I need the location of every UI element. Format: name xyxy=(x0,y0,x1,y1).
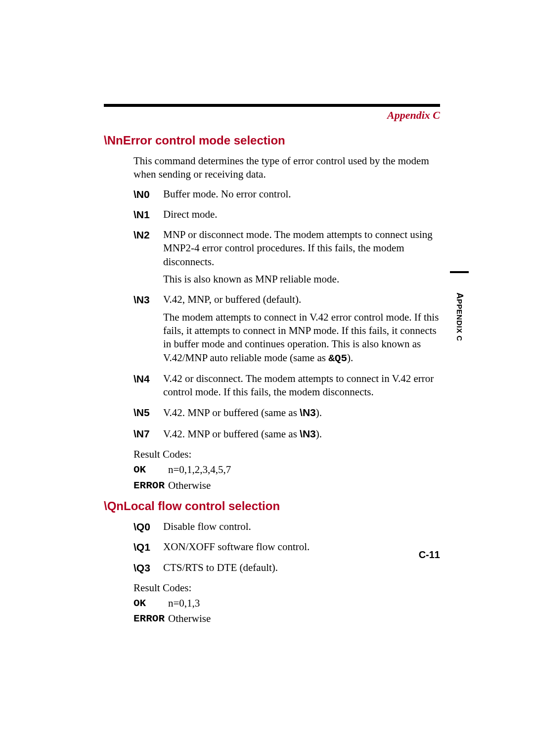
def-code: \N3 xyxy=(134,293,163,369)
def-code: \Q3 xyxy=(134,561,163,578)
page-number: C-11 xyxy=(419,549,440,561)
side-tab-rest: PPENDIX C xyxy=(455,299,464,341)
side-tab-letter: A xyxy=(455,292,465,299)
def-desc: V.42 or disconnect. The modem attempts t… xyxy=(163,372,440,403)
def-desc: Disable flow control. xyxy=(163,520,440,537)
result-code: ERROR xyxy=(134,479,168,492)
def-desc: Buffer mode. No error control. xyxy=(163,188,440,205)
def-code: \Q1 xyxy=(134,540,163,558)
def-code: \Q0 xyxy=(134,520,163,537)
def-row-n1: \N1 Direct mode. xyxy=(134,208,440,225)
result-desc: n=0,1,3 xyxy=(168,597,440,610)
result-desc: n=0,1,2,3,4,5,7 xyxy=(168,463,440,476)
def-code: \N7 xyxy=(134,427,163,445)
def-code: \N0 xyxy=(134,188,163,205)
def-desc: XON/XOFF software flow control. xyxy=(163,540,440,558)
def-row-n5: \N5 V.42. MNP or buffered (same as \N3). xyxy=(134,406,440,424)
result-desc: Otherwise xyxy=(168,479,440,492)
page-content: Appendix C \NnError control mode selecti… xyxy=(104,104,440,628)
section-title-nn: \NnError control mode selection xyxy=(104,134,440,147)
result-row-error: ERROR Otherwise xyxy=(134,479,440,492)
section-title-qn: \QnLocal flow control selection xyxy=(104,499,440,513)
side-tab-appendix: APPENDIX C xyxy=(450,271,469,360)
result-desc: Otherwise xyxy=(168,612,440,625)
def-code: \N4 xyxy=(134,372,163,403)
def-row-n2: \N2 MNP or disconnect mode. The modem at… xyxy=(134,228,440,290)
result-row-error-2: ERROR Otherwise xyxy=(134,612,440,625)
def-row-q1: \Q1 XON/XOFF software flow control. xyxy=(134,540,440,558)
def-code: \N5 xyxy=(134,406,163,424)
header-appendix-label: Appendix C xyxy=(104,109,440,122)
def-code: \N1 xyxy=(134,208,163,225)
result-code: ERROR xyxy=(134,612,168,625)
def-desc: V.42. MNP or buffered (same as \N3). xyxy=(163,427,440,445)
def-desc: V.42. MNP or buffered (same as \N3). xyxy=(163,406,440,424)
result-code: OK xyxy=(134,463,168,476)
section1-result-codes-label: Result Codes: xyxy=(134,448,440,461)
def-row-n4: \N4 V.42 or disconnect. The modem attemp… xyxy=(134,372,440,403)
def-row-n7: \N7 V.42. MNP or buffered (same as \N3). xyxy=(134,427,440,445)
def-desc: CTS/RTS to DTE (default). xyxy=(163,561,440,578)
def-code: \N2 xyxy=(134,228,163,290)
def-row-n3: \N3 V.42, MNP, or buffered (default). Th… xyxy=(134,293,440,369)
def-desc: V.42, MNP, or buffered (default). The mo… xyxy=(163,293,440,369)
section1-intro: This command determines the type of erro… xyxy=(134,154,440,182)
section2-result-codes-label: Result Codes: xyxy=(134,581,440,595)
result-row-ok-2: OK n=0,1,3 xyxy=(134,597,440,610)
def-desc: MNP or disconnect mode. The modem attemp… xyxy=(163,228,440,290)
def-row-q0: \Q0 Disable flow control. xyxy=(134,520,440,537)
header-rule xyxy=(104,104,440,107)
result-row-ok: OK n=0,1,2,3,4,5,7 xyxy=(134,463,440,476)
def-row-n0: \N0 Buffer mode. No error control. xyxy=(134,188,440,205)
def-row-q3: \Q3 CTS/RTS to DTE (default). xyxy=(134,561,440,578)
result-code: OK xyxy=(134,597,168,610)
def-desc: Direct mode. xyxy=(163,208,440,225)
